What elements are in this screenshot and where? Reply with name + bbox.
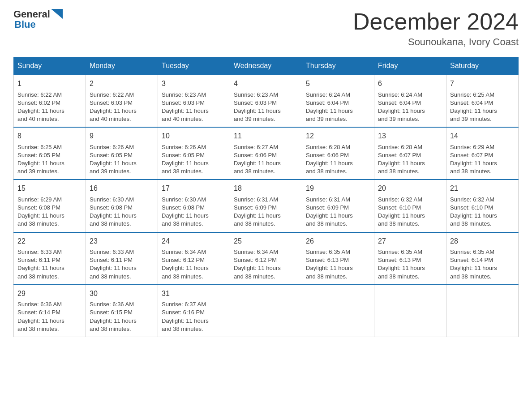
day-number: 7 — [450, 79, 515, 89]
day-number: 20 — [378, 184, 442, 193]
logo-text-blue: Blue — [14, 20, 63, 30]
day-info: Sunrise: 6:24 AM Sunset: 6:04 PM Dayligh… — [306, 91, 370, 124]
day-number: 15 — [17, 184, 82, 193]
logo-text-general: General — [13, 9, 50, 19]
calendar-week-row: 29Sunrise: 6:36 AM Sunset: 6:14 PM Dayli… — [14, 285, 519, 337]
col-sunday: Sunday — [14, 57, 86, 75]
table-row: 20Sunrise: 6:32 AM Sunset: 6:10 PM Dayli… — [374, 180, 446, 232]
day-info: Sunrise: 6:32 AM Sunset: 6:10 PM Dayligh… — [378, 196, 442, 228]
day-info: Sunrise: 6:24 AM Sunset: 6:04 PM Dayligh… — [378, 91, 442, 124]
table-row: 15Sunrise: 6:29 AM Sunset: 6:08 PM Dayli… — [14, 180, 86, 232]
table-row — [230, 285, 302, 337]
day-info: Sunrise: 6:35 AM Sunset: 6:13 PM Dayligh… — [378, 248, 442, 281]
day-number: 30 — [90, 289, 154, 299]
day-info: Sunrise: 6:27 AM Sunset: 6:06 PM Dayligh… — [234, 143, 298, 176]
day-number: 17 — [162, 184, 226, 193]
table-row: 14Sunrise: 6:29 AM Sunset: 6:07 PM Dayli… — [446, 127, 519, 180]
table-row: 12Sunrise: 6:28 AM Sunset: 6:06 PM Dayli… — [302, 127, 374, 180]
table-row: 25Sunrise: 6:34 AM Sunset: 6:12 PM Dayli… — [230, 232, 302, 285]
table-row: 24Sunrise: 6:34 AM Sunset: 6:12 PM Dayli… — [158, 232, 230, 285]
table-row: 4Sunrise: 6:23 AM Sunset: 6:03 PM Daylig… — [230, 75, 302, 127]
day-number: 25 — [234, 236, 298, 246]
day-number: 31 — [162, 289, 226, 299]
day-info: Sunrise: 6:36 AM Sunset: 6:14 PM Dayligh… — [17, 300, 82, 333]
day-number: 26 — [306, 236, 370, 246]
table-row — [374, 285, 446, 337]
table-row: 6Sunrise: 6:24 AM Sunset: 6:04 PM Daylig… — [374, 75, 446, 127]
day-info: Sunrise: 6:23 AM Sunset: 6:03 PM Dayligh… — [162, 91, 226, 124]
calendar-table: Sunday Monday Tuesday Wednesday Thursday… — [13, 57, 519, 337]
table-row: 29Sunrise: 6:36 AM Sunset: 6:14 PM Dayli… — [14, 285, 86, 337]
day-info: Sunrise: 6:30 AM Sunset: 6:08 PM Dayligh… — [162, 196, 226, 228]
day-number: 4 — [234, 79, 298, 89]
col-friday: Friday — [374, 57, 446, 75]
day-number: 28 — [450, 236, 515, 246]
table-row: 8Sunrise: 6:25 AM Sunset: 6:05 PM Daylig… — [14, 127, 86, 180]
calendar-week-row: 1Sunrise: 6:22 AM Sunset: 6:02 PM Daylig… — [14, 75, 519, 127]
table-row: 3Sunrise: 6:23 AM Sunset: 6:03 PM Daylig… — [158, 75, 230, 127]
day-number: 21 — [450, 184, 515, 193]
table-row: 30Sunrise: 6:36 AM Sunset: 6:15 PM Dayli… — [86, 285, 158, 337]
table-row — [446, 285, 519, 337]
logo: General Blue — [13, 9, 63, 30]
month-title: December 2024 — [353, 9, 519, 34]
day-number: 27 — [378, 236, 442, 246]
day-info: Sunrise: 6:29 AM Sunset: 6:07 PM Dayligh… — [450, 143, 515, 176]
day-number: 12 — [306, 131, 370, 141]
table-row: 5Sunrise: 6:24 AM Sunset: 6:04 PM Daylig… — [302, 75, 374, 127]
table-row: 9Sunrise: 6:26 AM Sunset: 6:05 PM Daylig… — [86, 127, 158, 180]
day-number: 23 — [90, 236, 154, 246]
day-info: Sunrise: 6:34 AM Sunset: 6:12 PM Dayligh… — [162, 248, 226, 281]
day-number: 18 — [234, 184, 298, 193]
day-info: Sunrise: 6:22 AM Sunset: 6:02 PM Dayligh… — [17, 91, 82, 124]
day-number: 14 — [450, 131, 515, 141]
day-info: Sunrise: 6:35 AM Sunset: 6:14 PM Dayligh… — [450, 248, 515, 281]
page-header: General Blue December 2024 Sounoukana, I… — [13, 9, 519, 48]
col-wednesday: Wednesday — [230, 57, 302, 75]
day-number: 2 — [90, 79, 154, 89]
day-info: Sunrise: 6:31 AM Sunset: 6:09 PM Dayligh… — [234, 196, 298, 228]
day-number: 3 — [162, 79, 226, 89]
day-number: 6 — [378, 79, 442, 89]
col-thursday: Thursday — [302, 57, 374, 75]
calendar-week-row: 15Sunrise: 6:29 AM Sunset: 6:08 PM Dayli… — [14, 180, 519, 232]
table-row: 13Sunrise: 6:28 AM Sunset: 6:07 PM Dayli… — [374, 127, 446, 180]
location: Sounoukana, Ivory Coast — [353, 36, 519, 48]
table-row: 16Sunrise: 6:30 AM Sunset: 6:08 PM Dayli… — [86, 180, 158, 232]
day-number: 24 — [162, 236, 226, 246]
day-number: 19 — [306, 184, 370, 193]
day-number: 1 — [17, 79, 82, 89]
table-row: 21Sunrise: 6:32 AM Sunset: 6:10 PM Dayli… — [446, 180, 519, 232]
day-number: 11 — [234, 131, 298, 141]
day-info: Sunrise: 6:37 AM Sunset: 6:16 PM Dayligh… — [162, 300, 226, 333]
logo-triangle-icon — [51, 9, 63, 19]
day-number: 8 — [17, 131, 82, 141]
day-number: 10 — [162, 131, 226, 141]
table-row: 26Sunrise: 6:35 AM Sunset: 6:13 PM Dayli… — [302, 232, 374, 285]
table-row: 31Sunrise: 6:37 AM Sunset: 6:16 PM Dayli… — [158, 285, 230, 337]
calendar-week-row: 8Sunrise: 6:25 AM Sunset: 6:05 PM Daylig… — [14, 127, 519, 180]
day-info: Sunrise: 6:26 AM Sunset: 6:05 PM Dayligh… — [162, 143, 226, 176]
day-info: Sunrise: 6:31 AM Sunset: 6:09 PM Dayligh… — [306, 196, 370, 228]
calendar-week-row: 22Sunrise: 6:33 AM Sunset: 6:11 PM Dayli… — [14, 232, 519, 285]
day-info: Sunrise: 6:29 AM Sunset: 6:08 PM Dayligh… — [17, 196, 82, 228]
table-row: 18Sunrise: 6:31 AM Sunset: 6:09 PM Dayli… — [230, 180, 302, 232]
day-number: 5 — [306, 79, 370, 89]
day-info: Sunrise: 6:28 AM Sunset: 6:06 PM Dayligh… — [306, 143, 370, 176]
day-info: Sunrise: 6:36 AM Sunset: 6:15 PM Dayligh… — [90, 300, 154, 333]
table-row: 17Sunrise: 6:30 AM Sunset: 6:08 PM Dayli… — [158, 180, 230, 232]
day-number: 9 — [90, 131, 154, 141]
table-row: 2Sunrise: 6:22 AM Sunset: 6:03 PM Daylig… — [86, 75, 158, 127]
day-info: Sunrise: 6:25 AM Sunset: 6:05 PM Dayligh… — [17, 143, 82, 176]
calendar-header-row: Sunday Monday Tuesday Wednesday Thursday… — [14, 57, 519, 75]
table-row: 7Sunrise: 6:25 AM Sunset: 6:04 PM Daylig… — [446, 75, 519, 127]
table-row: 19Sunrise: 6:31 AM Sunset: 6:09 PM Dayli… — [302, 180, 374, 232]
day-info: Sunrise: 6:26 AM Sunset: 6:05 PM Dayligh… — [90, 143, 154, 176]
day-info: Sunrise: 6:25 AM Sunset: 6:04 PM Dayligh… — [450, 91, 515, 124]
col-monday: Monday — [86, 57, 158, 75]
table-row: 1Sunrise: 6:22 AM Sunset: 6:02 PM Daylig… — [14, 75, 86, 127]
day-info: Sunrise: 6:33 AM Sunset: 6:11 PM Dayligh… — [17, 248, 82, 281]
day-info: Sunrise: 6:23 AM Sunset: 6:03 PM Dayligh… — [234, 91, 298, 124]
table-row: 10Sunrise: 6:26 AM Sunset: 6:05 PM Dayli… — [158, 127, 230, 180]
table-row: 28Sunrise: 6:35 AM Sunset: 6:14 PM Dayli… — [446, 232, 519, 285]
